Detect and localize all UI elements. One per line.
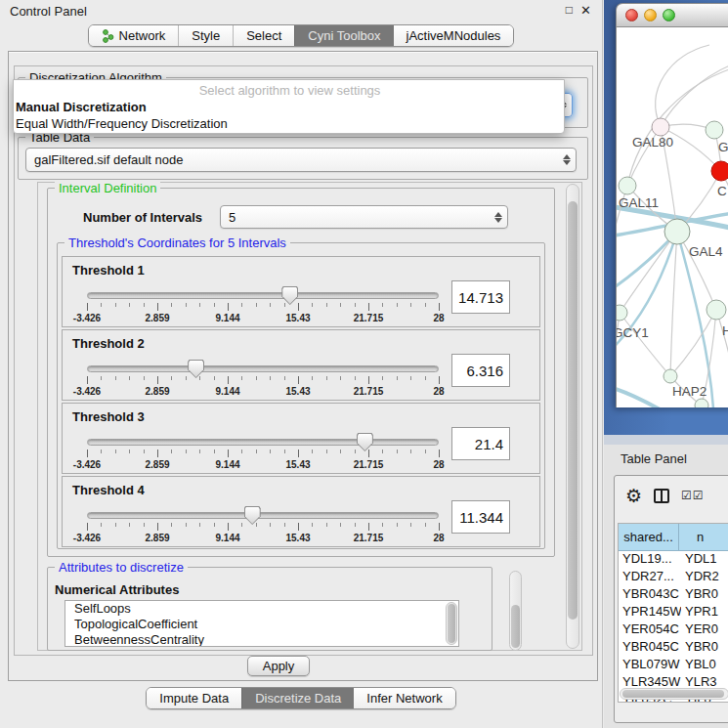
threshold-slider-track[interactable] (87, 512, 439, 519)
settings-scrollbar[interactable] (566, 184, 579, 649)
tick-mark (144, 376, 145, 380)
table-row[interactable]: YBR043CYBR0 (619, 586, 728, 604)
network-edge[interactable] (617, 313, 620, 379)
tab-label: jActiveMNodules (407, 28, 501, 43)
close-traffic-icon[interactable] (625, 9, 638, 21)
zoom-traffic-icon[interactable] (663, 9, 675, 21)
tick-label: 21.715 (354, 313, 384, 323)
table-row[interactable]: YDL19...YDL1 (619, 551, 728, 569)
tick-mark (270, 303, 271, 307)
column-header-name[interactable]: n (679, 524, 728, 550)
network-node[interactable] (617, 305, 627, 321)
network-node[interactable] (707, 300, 726, 320)
tick-mark (228, 376, 229, 384)
network-window-titlebar[interactable] (616, 3, 728, 27)
tick-mark (382, 303, 383, 307)
attributes-list-scrollbar[interactable] (446, 602, 457, 645)
threshold-slider-track[interactable] (87, 292, 439, 299)
minimize-traffic-icon[interactable] (644, 9, 657, 21)
attributes-pane-scrollbar[interactable] (509, 571, 522, 651)
tick-mark (199, 303, 200, 307)
table-header-row: shared... n (619, 524, 728, 551)
attribute-list-item-betweennesscentrality[interactable]: BetweennessCentrality (65, 632, 458, 647)
tick-label: -3.426 (73, 386, 101, 397)
network-edge[interactable] (670, 232, 677, 376)
tick-mark (425, 450, 426, 453)
split-column-icon[interactable] (654, 489, 669, 503)
network-node[interactable] (652, 118, 669, 136)
network-edge[interactable] (617, 387, 662, 407)
tick-mark (425, 376, 426, 380)
table-row[interactable]: YPR145WYPR1 (619, 604, 728, 621)
node-label-h: H (722, 323, 728, 338)
tick-label: 2.859 (145, 459, 169, 470)
node-attribute-table[interactable]: shared... n YDL19...YDL1YDR27...YDR2YBR0… (618, 523, 728, 703)
tick-mark (186, 523, 187, 527)
network-node[interactable] (664, 219, 690, 244)
numerical-attributes-label: Numerical Attributes (55, 582, 179, 597)
tab-network[interactable]: Network (89, 25, 179, 46)
table-data-combobox[interactable]: galFiltered.sif default node (25, 148, 577, 172)
tick-mark (171, 303, 172, 307)
table-row[interactable]: YBR045CYBR0 (619, 639, 728, 657)
tick-label: 28 (433, 386, 444, 397)
tab-jactivemnodules[interactable]: jActiveMNodules (394, 25, 514, 46)
network-node[interactable] (711, 161, 728, 181)
dropdown-option-manual-discretization[interactable]: Manual Discretization (14, 99, 564, 115)
tab-infer-network[interactable]: Infer Network (354, 688, 454, 708)
tick-mark (199, 376, 200, 380)
attribute-list-item-selfloops[interactable]: SelfLoops (65, 601, 458, 617)
tab-discretize-data[interactable]: Discretize Data (241, 688, 354, 708)
tab-style[interactable]: Style (178, 25, 233, 46)
attribute-list-item-topologicalcoefficient[interactable]: TopologicalCoefficient (65, 617, 458, 632)
tab-label: Select (246, 28, 281, 43)
network-edge[interactable] (620, 313, 670, 376)
tick-mark (298, 450, 299, 457)
tick-mark (382, 450, 383, 453)
checkbox-icon[interactable]: ☑ (681, 490, 692, 501)
network-edge[interactable] (716, 310, 728, 384)
threshold-value-field[interactable]: 6.316 (451, 354, 510, 387)
tick-mark (368, 523, 369, 531)
cell-shared-name: YBR043C (619, 586, 681, 604)
threshold-slider-track[interactable] (87, 439, 439, 446)
tick-mark (256, 523, 257, 527)
tick-mark (87, 303, 88, 311)
tab-cyni-toolbox[interactable]: Cyni Toolbox (294, 25, 393, 46)
network-canvas[interactable]: GAL80GACGAL11GAL4GCY1HHAP2 (616, 27, 728, 407)
tick-mark (241, 303, 242, 307)
threshold-slider-track[interactable] (87, 365, 439, 372)
column-header-shared-name[interactable]: shared... (619, 524, 679, 550)
network-node[interactable] (619, 177, 636, 194)
tick-mark (171, 376, 172, 380)
threshold-label: Threshold 2 (72, 336, 145, 351)
numerical-attributes-list[interactable]: SelfLoopsTopologicalCoefficientBetweenne… (64, 600, 459, 647)
apply-button[interactable]: Apply (247, 656, 310, 676)
tick-mark (298, 376, 299, 384)
gear-icon[interactable]: ⚙ (625, 487, 642, 505)
tick-label: 15.43 (285, 386, 310, 397)
tick-mark (214, 376, 215, 380)
close-icon[interactable]: ✕ (580, 3, 591, 18)
network-node[interactable] (664, 369, 677, 383)
float-icon[interactable]: □ (566, 3, 573, 17)
threshold-value-field[interactable]: 11.344 (451, 500, 510, 534)
tab-impute-data[interactable]: Impute Data (147, 688, 241, 708)
checkbox-icon[interactable]: ☑ (693, 490, 704, 501)
table-row[interactable]: YBL079WYBL0 (619, 657, 728, 674)
tab-select[interactable]: Select (233, 25, 294, 46)
dropdown-option-equal-width-frequency[interactable]: Equal Width/Frequency Discretization (14, 115, 564, 132)
tick-label: 21.715 (354, 533, 384, 543)
network-node[interactable] (695, 399, 708, 407)
table-row[interactable]: YDR27...YDR2 (619, 569, 728, 586)
number-of-intervals-combobox[interactable]: 5 (220, 205, 508, 229)
table-horizontal-scrollbar[interactable] (620, 688, 728, 700)
tick-label: 15.43 (285, 313, 310, 323)
table-row[interactable]: YER054CYER0 (619, 621, 728, 639)
threshold-value-field[interactable]: 14.713 (451, 280, 510, 314)
threshold-value-field[interactable]: 21.4 (451, 427, 510, 460)
dropdown-placeholder-item[interactable]: Select algorithm to view settings (14, 82, 564, 99)
tick-label: 9.144 (215, 386, 239, 397)
tick-mark (439, 303, 440, 311)
network-node[interactable] (706, 121, 723, 139)
